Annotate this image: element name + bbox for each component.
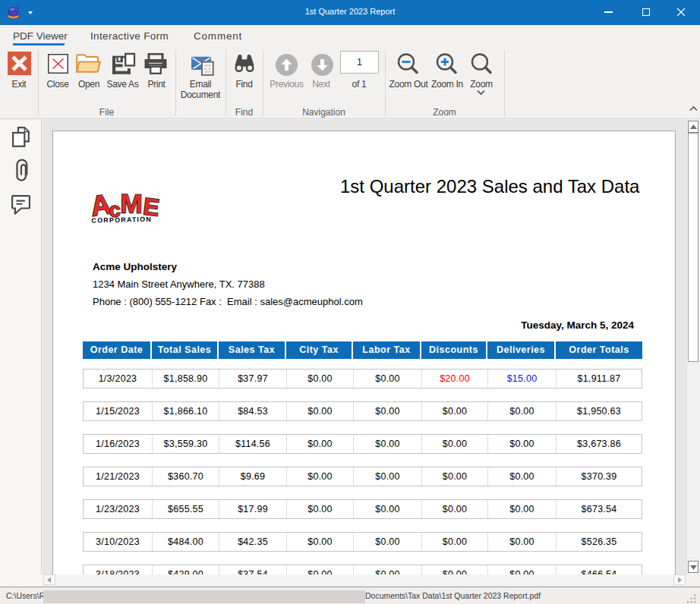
svg-text:CORPORATION: CORPORATION (91, 215, 152, 225)
svg-text:M: M (120, 191, 143, 219)
